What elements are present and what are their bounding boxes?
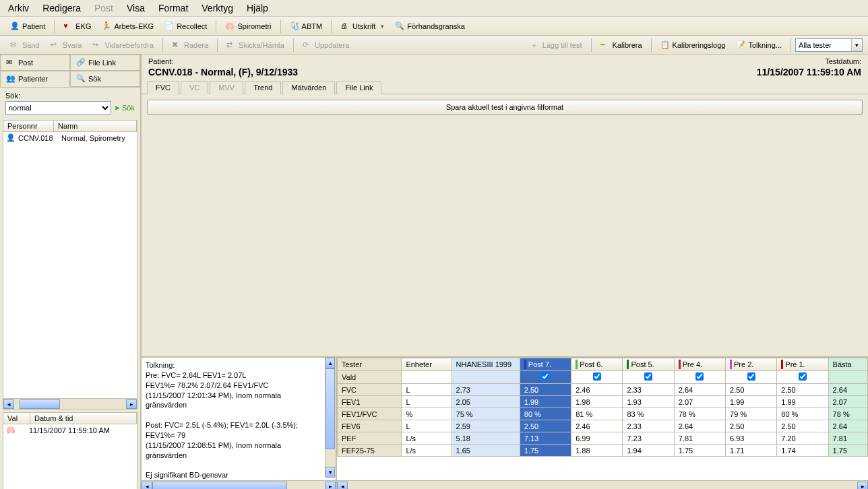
trial-header[interactable]: Pre 4.: [674, 358, 725, 371]
interp-pre3: (11/15/2007 12:01:34 PM), Inom normala g…: [146, 391, 321, 411]
grid-cell: 2.46: [571, 420, 623, 432]
grid-cell: 2.05: [452, 396, 520, 408]
data-grid: TesterEnheterNHANESIII 1999Post 7.Post 6…: [337, 358, 868, 457]
col-personnr[interactable]: Personnr: [3, 121, 54, 132]
interpret-button[interactable]: 📝Tolkning...: [731, 38, 786, 53]
patient-button[interactable]: 👤Patient: [5, 19, 50, 34]
patient-list-hscroll[interactable]: ◂ ▸: [3, 398, 137, 409]
grid-header[interactable]: Tester: [338, 358, 402, 371]
grid-cell: FEF25-75: [338, 445, 402, 457]
grid-cell: L: [402, 384, 452, 396]
scroll-right-icon[interactable]: ▸: [325, 482, 336, 490]
grid-cell: FEV1: [338, 396, 402, 408]
col-val[interactable]: Val: [3, 413, 30, 424]
tab-fvc[interactable]: FVC: [147, 81, 179, 94]
preview-button[interactable]: 🔍Förhandsgranska: [390, 19, 470, 34]
grid-cell: 79 %: [726, 408, 777, 420]
trial-header[interactable]: Post 7.: [520, 358, 571, 371]
forward-icon: ↪: [92, 40, 102, 50]
recollect-button[interactable]: 📄Recollect: [160, 19, 212, 34]
trial-checkbox[interactable]: [644, 372, 652, 381]
send-receive-button: ⇄Skicka/Hämta: [222, 38, 289, 53]
tab-filelink[interactable]: File Link: [336, 81, 381, 94]
trial-checkbox[interactable]: [541, 372, 549, 381]
grid-header[interactable]: Bästa: [828, 358, 867, 371]
grid-cell: 2.64: [828, 420, 867, 432]
grid-cell: 2.33: [623, 384, 674, 396]
chevron-down-icon[interactable]: ▾: [851, 39, 862, 51]
scroll-left-icon[interactable]: ◂: [3, 399, 14, 409]
mail-icon: ✉: [6, 58, 16, 67]
menu-arkiv[interactable]: Arkiv: [3, 1, 34, 15]
search-input[interactable]: normal: [5, 101, 111, 115]
sidebar-tab-filelink[interactable]: 🔗File Link: [70, 55, 140, 71]
abtm-button[interactable]: 🩺ABTM: [285, 19, 328, 34]
tab-matvarden[interactable]: Mätvärden: [282, 81, 335, 94]
grid-cell: 7.13: [520, 432, 571, 445]
interp-hscroll[interactable]: ◂ ▸: [142, 480, 336, 489]
patient-icon: 👤: [6, 133, 16, 143]
sidebar-tab-post[interactable]: ✉Post: [0, 55, 70, 71]
trial-checkbox[interactable]: [593, 372, 601, 381]
menu-format[interactable]: Format: [153, 1, 193, 15]
add-test-button: ＋Lägg till test: [526, 38, 587, 53]
interpretation-pane: Tolkning: Pre: FVC= 2.64L FEV1= 2.07L FE…: [142, 358, 337, 489]
grid-cell: 2.50: [777, 420, 828, 432]
test-row[interactable]: 🫁 11/15/2007 11:59:10 AM: [3, 424, 137, 436]
sidebar-tab-patienter[interactable]: 👥Patienter: [0, 71, 70, 87]
trial-header[interactable]: Pre 2.: [726, 358, 777, 371]
scroll-up-icon[interactable]: ▴: [326, 358, 335, 368]
trial-checkbox[interactable]: [695, 372, 704, 381]
menu-visa[interactable]: Visa: [121, 1, 150, 15]
spirometri-button[interactable]: 🫁Spirometri: [220, 19, 276, 34]
grid-hscroll[interactable]: ◂ ▸: [337, 480, 868, 489]
grid-header[interactable]: NHANESIII 1999: [452, 358, 520, 371]
grid-cell: Vald: [338, 371, 402, 384]
save-test-button[interactable]: Spara aktuell test i angivna filformat: [147, 100, 863, 115]
scroll-left-icon[interactable]: ◂: [142, 482, 152, 490]
col-namn[interactable]: Namn: [54, 121, 137, 132]
grid-cell: 1.99: [777, 396, 828, 408]
grid-cell: 6.93: [726, 432, 777, 445]
grid-cell: 7.81: [828, 432, 867, 445]
scroll-down-icon[interactable]: ▾: [326, 467, 335, 478]
trial-header[interactable]: Post 6.: [571, 358, 623, 371]
grid-cell: 2.50: [726, 384, 777, 396]
patient-row[interactable]: 👤 CCNV.018 Normal, Spirometry: [3, 132, 137, 144]
sidebar-tab-sok[interactable]: 🔍Sök: [70, 71, 140, 87]
tab-trend[interactable]: Trend: [245, 81, 281, 94]
menu-hjalp[interactable]: Hjälp: [241, 1, 274, 15]
interp-bd: Ej signifikant BD-gensvar: [146, 470, 321, 480]
grid-cell: %: [402, 408, 452, 420]
col-datum[interactable]: Datum & tid: [30, 413, 137, 424]
grid-cell: 2.64: [674, 384, 725, 396]
go-arrow-icon: ➤: [114, 104, 120, 112]
delete-icon: ✖: [172, 40, 181, 50]
menu-verktyg[interactable]: Verktyg: [196, 1, 239, 15]
calibration-log-button[interactable]: 📋Kalibreringslogg: [656, 38, 731, 53]
grid-header[interactable]: Enheter: [402, 358, 452, 371]
update-button: ⟳Uppdatera: [298, 38, 354, 53]
trial-checkbox[interactable]: [799, 372, 807, 381]
heartbeat-icon: ♥: [63, 22, 73, 31]
menu-redigera[interactable]: Redigera: [37, 1, 86, 15]
trial-checkbox[interactable]: [747, 372, 755, 381]
grid-cell: 2.50: [777, 384, 828, 396]
magnifier-icon: 🔍: [395, 22, 404, 31]
interp-post1: Post: FVC= 2.5L (-5.4%); FEV1= 2.0L (-3.…: [146, 420, 321, 441]
scroll-right-icon[interactable]: ▸: [126, 399, 137, 409]
arbets-ekg-button[interactable]: 🏃Arbets-EKG: [97, 19, 158, 34]
print-button[interactable]: 🖨Utskrift: [336, 19, 389, 34]
scroll-left-icon[interactable]: ◂: [337, 482, 348, 490]
search-go-button[interactable]: ➤ Sök: [114, 104, 135, 112]
grid-cell: 1.71: [726, 445, 777, 457]
tab-mvv: MVV: [210, 81, 243, 94]
grid-cell: 2.64: [674, 420, 725, 432]
trial-header[interactable]: Pre 1.: [777, 358, 828, 371]
test-filter-combo[interactable]: Alla tester ▾: [795, 38, 863, 52]
trial-header[interactable]: Post 5.: [623, 358, 674, 371]
scroll-right-icon[interactable]: ▸: [857, 482, 868, 490]
ekg-button[interactable]: ♥EKG: [59, 19, 96, 34]
calibrate-button[interactable]: ━Kalibrera: [596, 38, 647, 53]
interp-vscroll[interactable]: ▴ ▾: [325, 358, 336, 478]
